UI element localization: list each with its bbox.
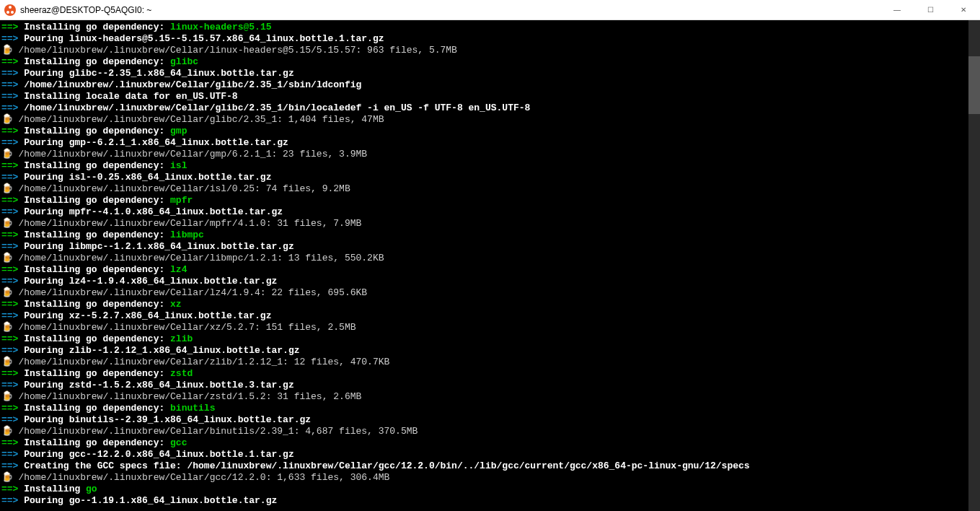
arrow-icon: ==>	[1, 79, 18, 90]
terminal-line: ==> Installing go dependency: zstd	[1, 368, 980, 380]
install-prefix: Installing go dependency:	[24, 126, 170, 136]
summary-text: /home/linuxbrew/.linuxbrew/Cellar/isl/0.…	[18, 183, 350, 194]
terminal-line: ==> Installing go dependency: linux-head…	[1, 22, 980, 33]
arrow-icon: ==>	[1, 264, 18, 275]
step-text: Pouring gmp--6.2.1_1.x86_64_linux.bottle…	[24, 137, 288, 148]
arrow-icon: ==>	[1, 241, 18, 252]
minimize-button[interactable]: ―	[880, 0, 914, 19]
maximize-button[interactable]: ☐	[914, 0, 947, 19]
summary-text: /home/linuxbrew/.linuxbrew/Cellar/mpfr/4…	[18, 218, 361, 229]
step-text: /home/linuxbrew/.linuxbrew/Cellar/glibc/…	[24, 79, 361, 90]
terminal-line: ==> Pouring binutils--2.39_1.x86_64_linu…	[1, 414, 980, 426]
arrow-icon: ==>	[1, 437, 18, 448]
package-name: gmp	[170, 126, 187, 136]
terminal-line: ==> Pouring gmp--6.2.1_1.x86_64_linux.bo…	[1, 137, 980, 149]
beer-icon: 🍺	[1, 218, 7, 230]
arrow-icon: ==>	[1, 137, 18, 148]
beer-icon: 🍺	[1, 426, 7, 437]
summary-text: /home/linuxbrew/.linuxbrew/Cellar/libmpc…	[18, 253, 384, 263]
terminal-line: ==> Installing go dependency: glibc	[1, 56, 980, 68]
arrow-icon: ==>	[1, 230, 18, 240]
beer-icon: 🍺	[1, 45, 7, 56]
arrow-icon: ==>	[1, 68, 18, 79]
terminal-line: ==> Installing go dependency: binutils	[1, 403, 980, 414]
step-text: Pouring glibc--2.35_1.x86_64_linux.bottl…	[24, 68, 293, 79]
arrow-icon: ==>	[1, 310, 18, 321]
step-text: Pouring zlib--1.2.12_1.x86_64_linux.bott…	[24, 345, 299, 356]
terminal-line: ==> Pouring zstd--1.5.2.x86_64_linux.bot…	[1, 380, 980, 391]
install-prefix: Installing go dependency:	[24, 403, 170, 414]
arrow-icon: ==>	[1, 414, 18, 425]
terminal-line: 🍺 /home/linuxbrew/.linuxbrew/Cellar/glib…	[1, 114, 980, 126]
step-text: Pouring zstd--1.5.2.x86_64_linux.bottle.…	[24, 380, 293, 390]
summary-text: /home/linuxbrew/.linuxbrew/Cellar/lz4/1.…	[18, 287, 367, 298]
terminal-line: ==> Pouring zlib--1.2.12_1.x86_64_linux.…	[1, 345, 980, 357]
arrow-icon: ==>	[1, 126, 18, 136]
package-name: zstd	[170, 368, 193, 379]
beer-icon: 🍺	[1, 472, 7, 484]
beer-icon: 🍺	[1, 287, 7, 299]
terminal-line: ==> Pouring lz4--1.9.4.x86_64_linux.bott…	[1, 276, 980, 287]
window-title: sheeraz@DESKTOP-Q5AQGI0: ~	[20, 4, 151, 16]
summary-text: /home/linuxbrew/.linuxbrew/Cellar/zstd/1…	[18, 391, 361, 402]
step-text: Pouring lz4--1.9.4.x86_64_linux.bottle.t…	[24, 276, 277, 287]
install-prefix: Installing	[24, 484, 86, 494]
terminal-line: ==> Pouring glibc--2.35_1.x86_64_linux.b…	[1, 68, 980, 79]
terminal-line: 🍺 /home/linuxbrew/.linuxbrew/Cellar/zstd…	[1, 391, 980, 403]
arrow-icon: ==>	[1, 102, 18, 113]
window-titlebar: sheeraz@DESKTOP-Q5AQGI0: ~ ― ☐ ✕	[0, 0, 980, 20]
summary-text: /home/linuxbrew/.linuxbrew/Cellar/gmp/6.…	[18, 149, 367, 160]
terminal-line: 🍺 /home/linuxbrew/.linuxbrew/Cellar/zlib…	[1, 357, 980, 368]
beer-icon: 🍺	[1, 253, 7, 264]
beer-icon: 🍺	[1, 114, 7, 126]
install-prefix: Installing go dependency:	[24, 264, 170, 275]
terminal-line: 🍺 /home/linuxbrew/.linuxbrew/Cellar/gcc/…	[1, 472, 980, 484]
package-name: gcc	[170, 437, 187, 448]
arrow-icon: ==>	[1, 368, 18, 379]
package-name: libmpc	[170, 230, 204, 240]
package-name: xz	[170, 299, 182, 310]
terminal-line: ==> Pouring libmpc--1.2.1.x86_64_linux.b…	[1, 241, 980, 253]
terminal-line: ==> Installing go dependency: isl	[1, 160, 980, 172]
install-prefix: Installing go dependency:	[24, 368, 170, 379]
install-prefix: Installing go dependency:	[24, 195, 170, 206]
step-text: Installing locale data for en_US.UTF-8	[24, 91, 237, 102]
summary-text: /home/linuxbrew/.linuxbrew/Cellar/gcc/12…	[18, 472, 389, 483]
install-prefix: Installing go dependency:	[24, 56, 170, 67]
install-prefix: Installing go dependency:	[24, 333, 170, 344]
summary-text: /home/linuxbrew/.linuxbrew/Cellar/xz/5.2…	[18, 322, 356, 333]
package-name: glibc	[170, 56, 198, 67]
terminal-viewport[interactable]: ==> Installing go dependency: linux-head…	[0, 20, 980, 511]
terminal-line: 🍺 /home/linuxbrew/.linuxbrew/Cellar/isl/…	[1, 183, 980, 195]
step-text: Pouring xz--5.2.7.x86_64_linux.bottle.ta…	[24, 310, 271, 321]
beer-icon: 🍺	[1, 149, 7, 160]
step-text: /home/linuxbrew/.linuxbrew/Cellar/glibc/…	[24, 102, 530, 113]
arrow-icon: ==>	[1, 276, 18, 287]
arrow-icon: ==>	[1, 172, 18, 183]
terminal-line: 🍺 /home/linuxbrew/.linuxbrew/Cellar/libm…	[1, 253, 980, 264]
arrow-icon: ==>	[1, 333, 18, 344]
terminal-line: ==> Installing go dependency: mpfr	[1, 195, 980, 206]
package-name: lz4	[170, 264, 187, 275]
install-prefix: Installing go dependency:	[24, 160, 170, 171]
terminal-line: 🍺 /home/linuxbrew/.linuxbrew/Cellar/binu…	[1, 426, 980, 437]
terminal-line: ==> Installing go dependency: xz	[1, 299, 980, 310]
arrow-icon: ==>	[1, 449, 18, 460]
package-name: linux-headers@5.15	[170, 22, 271, 32]
step-text: Pouring go--1.19.1.x86_64_linux.bottle.t…	[24, 495, 277, 506]
install-prefix: Installing go dependency:	[24, 22, 170, 32]
scrollbar-thumb[interactable]	[968, 56, 980, 114]
terminal-line: 🍺 /home/linuxbrew/.linuxbrew/Cellar/mpfr…	[1, 218, 980, 230]
step-text: Pouring binutils--2.39_1.x86_64_linux.bo…	[24, 414, 311, 425]
terminal-line: 🍺 /home/linuxbrew/.linuxbrew/Cellar/xz/5…	[1, 322, 980, 333]
scrollbar-track[interactable]	[968, 20, 980, 511]
install-prefix: Installing go dependency:	[24, 437, 170, 448]
terminal-line: 🍺 /home/linuxbrew/.linuxbrew/Cellar/lz4/…	[1, 287, 980, 299]
close-button[interactable]: ✕	[947, 0, 980, 19]
terminal-line: ==> Installing go dependency: libmpc	[1, 230, 980, 241]
arrow-icon: ==>	[1, 380, 18, 390]
arrow-icon: ==>	[1, 345, 18, 356]
terminal-line: ==> /home/linuxbrew/.linuxbrew/Cellar/gl…	[1, 79, 980, 91]
arrow-icon: ==>	[1, 195, 18, 206]
summary-text: /home/linuxbrew/.linuxbrew/Cellar/glibc/…	[18, 114, 384, 125]
